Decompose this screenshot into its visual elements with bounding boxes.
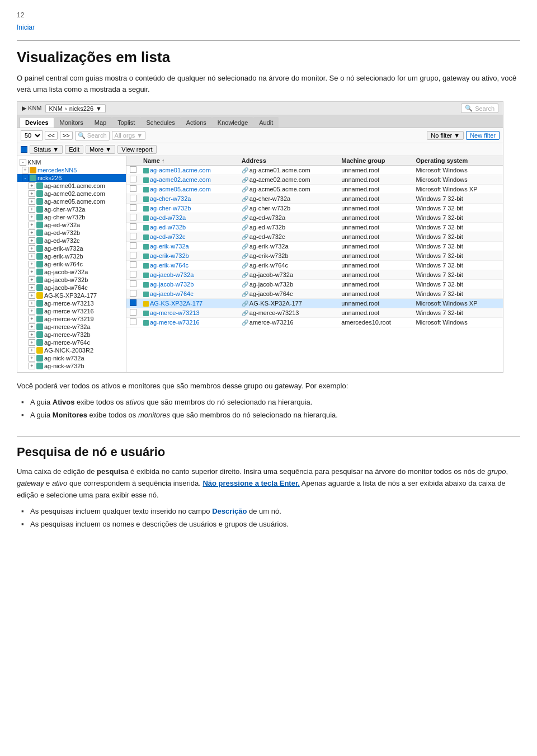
tab-audit[interactable]: Audit: [253, 117, 279, 128]
row-checkbox[interactable]: [130, 204, 136, 211]
org-select[interactable]: All orgs ▼: [112, 131, 146, 140]
row-checkbox[interactable]: [130, 242, 136, 249]
tree-item-erikw732b[interactable]: + ag-erik-w732b: [17, 252, 126, 260]
tree-item-edw732a[interactable]: + ag-ed-w732a: [17, 221, 126, 229]
row-name[interactable]: ag-ed-w732c: [150, 233, 186, 240]
tree-item-knm[interactable]: - KNM: [17, 158, 126, 166]
row-name[interactable]: ag-erik-w732b: [150, 252, 189, 259]
table-row: ag-acme01.acme.com 🔗ag-acme01.acme.com u…: [126, 166, 503, 175]
tree-item-nickw732b[interactable]: + ag-nick-w732b: [17, 362, 126, 370]
status-btn[interactable]: Status ▼: [30, 145, 63, 154]
th-machine-group[interactable]: Machine group: [338, 156, 412, 166]
row-checkbox[interactable]: [130, 223, 136, 230]
row-name[interactable]: ag-cher-w732b: [150, 205, 191, 212]
tree-item-mercew732a[interactable]: + ag-merce-w732a: [17, 323, 126, 331]
row-name[interactable]: ag-acme01.acme.com: [150, 167, 211, 173]
ss-top-search[interactable]: 🔍 Search: [461, 104, 498, 113]
select-all-checkbox[interactable]: [21, 146, 27, 153]
tree-item-mercew732b[interactable]: + ag-merce-w732b: [17, 331, 126, 339]
row-checkbox[interactable]: [130, 318, 136, 325]
tab-knowledge[interactable]: Knowledge: [212, 117, 253, 128]
new-filter-btn[interactable]: New filter: [466, 131, 500, 140]
tree-item-merce73219[interactable]: + ag-merce-w73219: [17, 315, 126, 323]
row-checkbox[interactable]: [130, 195, 136, 201]
row-name[interactable]: ag-merce-w73213: [150, 309, 200, 316]
tab-map[interactable]: Map: [89, 117, 112, 128]
tree-item-erikw764c[interactable]: + ag-erik-w764c: [17, 260, 126, 268]
no-filter-btn[interactable]: No filter ▼: [427, 131, 464, 140]
row-checkbox[interactable]: [130, 261, 136, 268]
tree-item-cherw732b[interactable]: + ag-cher-w732b: [17, 213, 126, 221]
tree-item-nick2003r2[interactable]: + AG-NICK-2003R2: [17, 346, 126, 354]
tab-devices[interactable]: Devices: [20, 117, 54, 128]
row-name[interactable]: ag-acme02.acme.com: [150, 176, 211, 183]
tree-item-merce73213[interactable]: + ag-merce-w73213: [17, 299, 126, 307]
tab-toplist[interactable]: Toplist: [112, 117, 140, 128]
tree-item-erikw732a[interactable]: + ag-erik-w732a: [17, 245, 126, 252]
tree-item-edw732b[interactable]: + ag-ed-w732b: [17, 229, 126, 237]
tab-actions[interactable]: Actions: [181, 117, 212, 128]
ss-breadcrumb-sep: ›: [65, 105, 67, 112]
link-icon: 🔗: [242, 243, 248, 250]
table-row: ag-acme02.acme.com 🔗ag-acme02.acme.com u…: [126, 175, 503, 185]
view-report-btn[interactable]: View report: [117, 145, 156, 154]
row-name[interactable]: ag-acme05.acme.com: [150, 186, 211, 192]
row-name[interactable]: ag-cher-w732a: [150, 195, 191, 202]
tab-schedules[interactable]: Schedules: [140, 117, 180, 128]
rows-select[interactable]: 50: [21, 130, 43, 140]
tree-item-merce73216[interactable]: + ag-merce-w73216: [17, 307, 126, 315]
row-name[interactable]: ag-ed-w732a: [150, 214, 186, 221]
row-checkbox[interactable]: [130, 233, 136, 240]
row-name[interactable]: ag-ed-w732b: [150, 224, 186, 231]
tree-item-cherw732a[interactable]: + ag-cher-w732a: [17, 205, 126, 213]
row-name[interactable]: ag-jacob-w732a: [150, 271, 194, 278]
screenshot: ▶ KNM KNM › nicks226 ▼ 🔍 Search Devices …: [17, 101, 503, 373]
row-checkbox[interactable]: [130, 185, 136, 192]
row-name[interactable]: ag-jacob-w732b: [150, 281, 194, 288]
row-name[interactable]: ag-jacob-w764c: [150, 290, 194, 297]
row-checkbox[interactable]: [130, 176, 136, 182]
row-checkbox[interactable]: [130, 280, 136, 287]
next-next-btn[interactable]: >>: [60, 131, 73, 140]
tree-item-acme01[interactable]: + ag-acme01.acme.com: [17, 182, 126, 190]
tab-monitors[interactable]: Monitors: [54, 117, 89, 128]
row-checkbox[interactable]: [130, 290, 136, 297]
row-checkbox[interactable]: [130, 166, 136, 173]
row-checkbox[interactable]: [130, 252, 136, 259]
th-name[interactable]: Name ↑: [140, 156, 238, 166]
row-name[interactable]: ag-erik-w764c: [150, 262, 189, 269]
tree-item-ksxp32a[interactable]: + AG-KS-XP32A-177: [17, 292, 126, 299]
row-checkbox-checked[interactable]: [130, 299, 136, 306]
tree-item-mercedesnn5[interactable]: + mercedesNN5: [17, 166, 126, 174]
row-name[interactable]: ag-merce-w73216: [150, 319, 200, 326]
breadcrumb[interactable]: Iniciar: [17, 24, 520, 31]
toolbar-search[interactable]: 🔍 Search: [75, 131, 110, 140]
row-checkbox[interactable]: [130, 309, 136, 316]
tree-item-jacobw764c[interactable]: + ag-jacob-w764c: [17, 284, 126, 292]
tree-item-mercew764c[interactable]: + ag-merce-w764c: [17, 339, 126, 346]
tree-ei2: +: [29, 190, 35, 197]
tree-item-jacobw732a[interactable]: + ag-jacob-w732a: [17, 268, 126, 276]
prev-prev-btn[interactable]: <<: [45, 131, 58, 140]
tree-item-nicks226[interactable]: - nicks226: [17, 174, 126, 182]
tree-ei23: +: [29, 355, 35, 361]
tree-item-nickw732a[interactable]: + ag-nick-w732a: [17, 354, 126, 362]
row-checkbox[interactable]: [130, 271, 136, 278]
row-checkbox[interactable]: [130, 214, 136, 220]
tree-item-jacobw732b[interactable]: + ag-jacob-w732b: [17, 276, 126, 284]
row-name[interactable]: AG-KS-XP32A-177: [150, 300, 202, 307]
edit-btn[interactable]: Edit: [65, 145, 83, 154]
tree-ei9: +: [29, 245, 35, 252]
ss-breadcrumb[interactable]: KNM › nicks226 ▼: [45, 104, 106, 113]
th-address[interactable]: Address: [238, 156, 338, 166]
row-name[interactable]: ag-erik-w732a: [150, 243, 189, 250]
tree-item-acme02[interactable]: + ag-acme02.acme.com: [17, 190, 126, 198]
tree-item-edw732c[interactable]: + ag-ed-w732c: [17, 237, 126, 245]
tree-ei7: +: [29, 229, 35, 236]
more-btn[interactable]: More ▼: [86, 145, 115, 154]
ss-top-search-placeholder: Search: [475, 105, 494, 112]
tree-di20: [36, 331, 43, 338]
th-os[interactable]: Operating system: [412, 156, 503, 166]
tree-item-acme05[interactable]: + ag-acme05.acme.com: [17, 198, 126, 205]
ativos-italic: ativos: [126, 398, 145, 406]
